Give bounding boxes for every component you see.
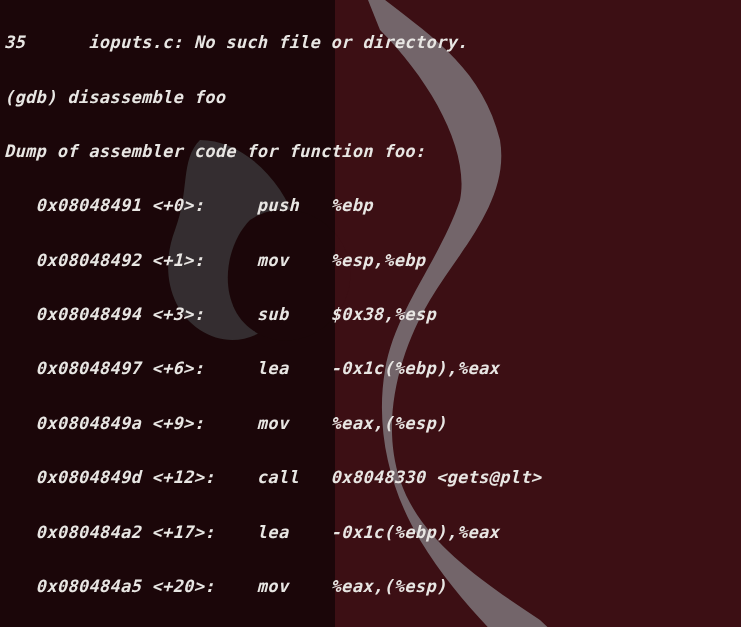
terminal-line: 35 ioputs.c: No such file or directory.: [4, 29, 737, 56]
terminal-line: 0x0804849d <+12>: call 0x8048330 <gets@p…: [4, 464, 737, 491]
terminal-line: 0x080484a2 <+17>: lea -0x1c(%ebp),%eax: [4, 519, 737, 546]
terminal-line: 0x08048497 <+6>: lea -0x1c(%ebp),%eax: [4, 355, 737, 382]
terminal-line: 0x08048494 <+3>: sub $0x38,%esp: [4, 301, 737, 328]
terminal-line: Dump of assembler code for function foo:: [4, 138, 737, 165]
terminal-line: 0x08048491 <+0>: push %ebp: [4, 192, 737, 219]
terminal-line: 0x08048492 <+1>: mov %esp,%ebp: [4, 247, 737, 274]
terminal-line: 0x0804849a <+9>: mov %eax,(%esp): [4, 410, 737, 437]
terminal-line: 0x080484a5 <+20>: mov %eax,(%esp): [4, 573, 737, 600]
terminal-output[interactable]: 35 ioputs.c: No such file or directory. …: [0, 0, 741, 627]
terminal-line: (gdb) disassemble foo: [4, 84, 737, 111]
